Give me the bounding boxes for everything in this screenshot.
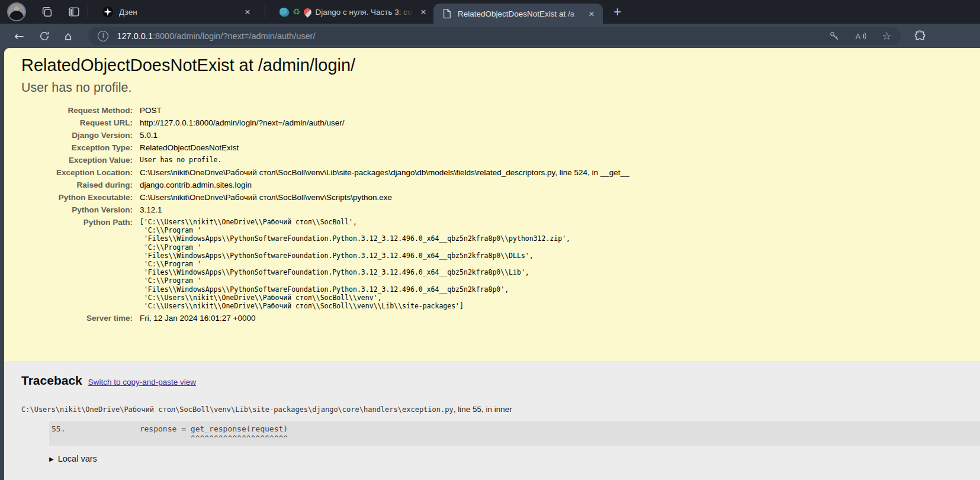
request-meta-table: Request Method:POST Request URL:http://1… [21, 104, 629, 324]
close-icon[interactable]: × [589, 9, 595, 19]
url-text[interactable]: 127.0.0.1:8000/admin/login/?next=/admin/… [117, 31, 315, 41]
local-vars-toggle[interactable]: ▶ Local vars [49, 454, 980, 463]
table-row: Request URL:http://127.0.0.1:8000/admin/… [21, 117, 629, 129]
table-row: Python Executable:C:\Users\nikit\OneDriv… [21, 191, 629, 204]
table-row: Raised during:django.contrib.admin.sites… [21, 179, 629, 191]
back-button[interactable]: ← [14, 30, 24, 42]
tab-strip: Дзен × ♻ Django с нуля. Часть 3: со × Re… [0, 0, 980, 24]
title-fade [398, 5, 413, 19]
page-title: RelatedObjectDoesNotExist at /admin/logi… [21, 56, 974, 75]
browser-toolbar: ← ⌂ i 127.0.0.1:8000/admin/login/?next=/… [0, 24, 980, 48]
table-row: Request Method:POST [21, 104, 629, 117]
extensions-puzzle-icon[interactable] [914, 30, 926, 42]
site-info-icon[interactable]: i [98, 31, 108, 41]
context-line[interactable]: 55. response = get_response(request) ^^^… [49, 421, 980, 446]
browser-window: Дзен × ♻ Django с нуля. Часть 3: со × Re… [0, 0, 980, 480]
table-row: Python Version:3.12.1 [21, 204, 629, 216]
page-viewport: RelatedObjectDoesNotExist at /admin/logi… [0, 48, 980, 480]
dzen-favicon [102, 7, 113, 17]
dragon-favicon [279, 8, 289, 17]
tab-title: RelatedObjectDoesNotExist at /a [458, 9, 583, 18]
divider [265, 5, 265, 18]
exception-value-heading: User has no profile. [21, 80, 974, 95]
read-aloud-icon[interactable]: A [854, 30, 867, 42]
divider [933, 31, 934, 41]
switch-view-link[interactable]: Switch to copy-and-paste view [88, 378, 196, 386]
table-row: Django Version:5.0.1 [21, 129, 629, 141]
frame-location: , line 55, in inner [454, 405, 512, 414]
rocket-icon [303, 7, 313, 17]
new-tab-button[interactable]: + [613, 4, 621, 20]
table-row: Exception Type:RelatedObjectDoesNotExist [21, 141, 629, 154]
traceback-heading: Traceback [21, 373, 82, 388]
title-fade [567, 8, 583, 19]
url-path: :8000/admin/login/?next=/admin/auth/user… [153, 31, 315, 41]
close-icon[interactable]: × [245, 7, 250, 17]
tab-django-article[interactable]: ♻ Django с нуля. Часть 3: со × [272, 0, 433, 24]
local-vars-label: Local vars [58, 454, 97, 463]
tab-dzen[interactable]: Дзен × [95, 0, 258, 24]
traceback-section: Traceback Switch to copy-and-paste view … [4, 373, 980, 480]
django-error-page: RelatedObjectDoesNotExist at /admin/logi… [4, 48, 980, 480]
traceback-frame: C:\Users\nikit\OneDrive\Рабочий стол\Soc… [21, 405, 980, 463]
favorites-star-icon[interactable]: ☆ [882, 30, 891, 43]
source-code-line: 55. response = get_response(request) ^^^… [52, 424, 978, 443]
error-summary-section: RelatedObjectDoesNotExist at /admin/logi… [4, 48, 980, 361]
table-row: Exception Location:C:\Users\nikit\OneDri… [21, 166, 629, 179]
password-key-icon[interactable] [828, 30, 840, 42]
table-row: Server time:Fri, 12 Jan 2024 16:01:27 +0… [21, 312, 629, 324]
divider [88, 5, 88, 18]
table-row: Python Path:['C:\\Users\\nikit\\OneDrive… [21, 216, 629, 312]
tab-actions-icon[interactable] [40, 5, 53, 18]
refresh-button[interactable] [38, 30, 50, 42]
document-icon [442, 8, 452, 19]
workspaces-icon[interactable] [68, 5, 81, 18]
recycle-icon: ♻ [293, 8, 300, 17]
table-row: Exception Value:User has no profile. [21, 154, 629, 166]
close-icon[interactable]: × [420, 7, 426, 17]
frame-file-path: C:\Users\nikit\OneDrive\Рабочий стол\Soc… [21, 405, 454, 414]
profile-avatar[interactable] [7, 2, 26, 21]
tab-error-page-active[interactable]: RelatedObjectDoesNotExist at /a × [433, 4, 603, 24]
triangle-right-icon: ▶ [49, 456, 54, 462]
home-button[interactable]: ⌂ [65, 30, 72, 42]
address-bar[interactable]: i 127.0.0.1:8000/admin/login/?next=/admi… [88, 27, 901, 45]
svg-text:A: A [856, 33, 861, 41]
tab-title: Дзен [119, 8, 239, 17]
url-host: 127.0.0.1 [117, 31, 152, 41]
